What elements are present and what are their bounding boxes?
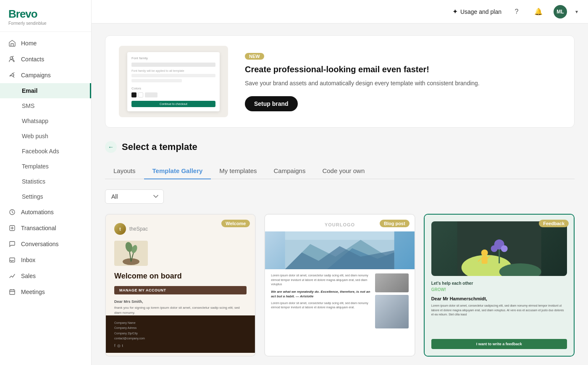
- svg-rect-3: [10, 290, 15, 294]
- logo-container: Brevo Formerly sendinblue: [0, 0, 91, 32]
- sidebar-label-statistics: Statistics: [22, 178, 45, 185]
- svg-rect-2: [10, 258, 15, 262]
- page-title: Select a template: [122, 142, 197, 152]
- usage-plan-btn[interactable]: ✦ Usage and plan: [452, 8, 501, 16]
- svg-rect-14: [285, 231, 394, 240]
- welcome-floral-image: [114, 241, 148, 266]
- sidebar-label-facebook: Facebook Ads: [22, 148, 59, 155]
- sidebar-item-inbox[interactable]: Inbox: [0, 252, 91, 268]
- blog-image-col: [375, 273, 409, 352]
- sidebar: Brevo Formerly sendinblue Home Co: [0, 0, 92, 365]
- feedback-body-text: Lorem ipsum dolor sit amet, consectetur …: [431, 304, 567, 335]
- sidebar-item-statistics[interactable]: Statistics: [0, 174, 91, 189]
- blog-thumbnail-2: [375, 295, 409, 328]
- sidebar-label-transactional: Transactional: [21, 225, 56, 231]
- user-menu-chevron[interactable]: ▾: [575, 9, 578, 15]
- welcome-company: theSpac: [129, 226, 148, 232]
- tab-gallery[interactable]: Template Gallery: [144, 163, 211, 179]
- banner-content: NEW Create professional-looking email ev…: [245, 52, 561, 111]
- template-card-feedback[interactable]: Feedback: [424, 214, 575, 357]
- sidebar-item-campaigns[interactable]: Campaigns: [0, 67, 91, 83]
- footer-company-info: Company NameCompany AdressCompany Zip/Ci…: [114, 320, 247, 341]
- sidebar-item-settings[interactable]: Settings: [0, 189, 91, 204]
- sidebar-item-automations[interactable]: Automations: [0, 204, 91, 220]
- inbox-icon: [8, 256, 16, 264]
- feedback-grow-text: GROW!: [431, 287, 567, 292]
- template-tabs: Layouts Template Gallery My templates Ca…: [105, 163, 575, 179]
- welcome-heading: Welcome on board: [114, 272, 247, 281]
- sidebar-item-transactional[interactable]: Transactional: [0, 220, 91, 236]
- welcome-body: thank you for signing up lorem ipsum dol…: [114, 305, 247, 315]
- sidebar-item-webpush[interactable]: Web push: [0, 129, 91, 144]
- banner-badge: NEW: [245, 53, 264, 60]
- setup-brand-btn[interactable]: Setup brand: [245, 96, 298, 111]
- meetings-icon: [8, 288, 16, 296]
- sidebar-label-email: Email: [22, 87, 37, 94]
- sidebar-item-contacts[interactable]: Contacts: [0, 51, 91, 67]
- badge-welcome: Welcome: [221, 220, 250, 227]
- welcome-greeting: Dear Mrs Smith,: [114, 299, 247, 304]
- welcome-footer: Company NameCompany AdressCompany Zip/Ci…: [106, 315, 255, 353]
- blog-thumbnail-1: [375, 273, 409, 292]
- help-btn[interactable]: ?: [510, 5, 523, 18]
- badge-blog: Blog post: [380, 220, 410, 227]
- feedback-svg: [431, 221, 567, 276]
- welcome-card-content: t theSpac Welcome on board: [106, 215, 255, 356]
- category-filter[interactable]: All Welcome Blog post Feedback Promotion…: [105, 189, 164, 204]
- sidebar-label-sales: Sales: [21, 273, 36, 279]
- facebook-icon: f: [114, 344, 116, 348]
- badge-feedback: Feedback: [539, 220, 569, 227]
- sales-icon: [8, 272, 16, 280]
- user-avatar[interactable]: ML: [554, 5, 567, 18]
- svg-point-20: [491, 245, 497, 252]
- sidebar-item-meetings[interactable]: Meetings: [0, 284, 91, 300]
- blog-quote: We are what we repeatedly do. Excellence…: [271, 289, 370, 299]
- back-button[interactable]: ←: [105, 141, 117, 153]
- sidebar-label-conversations: Conversations: [21, 241, 59, 247]
- sidebar-item-sales[interactable]: Sales: [0, 268, 91, 284]
- usage-plan-label: Usage and plan: [460, 8, 501, 15]
- sidebar-label-contacts: Contacts: [21, 56, 44, 63]
- home-icon: [8, 39, 16, 47]
- sidebar-item-templates[interactable]: Templates: [0, 159, 91, 174]
- svg-point-21: [501, 245, 507, 252]
- sidebar-label-sms: SMS: [22, 102, 34, 109]
- feedback-cta-btn[interactable]: I want to write a feedback: [431, 339, 567, 349]
- sidebar-label-campaigns: Campaigns: [21, 72, 51, 79]
- blog-body: Lorem ipsum dolor sit amet, consectetur …: [265, 269, 414, 356]
- template-card-blog[interactable]: Blog post YOURLOGO: [264, 214, 415, 357]
- main-content: Font family Font family will be applied …: [92, 24, 588, 365]
- sidebar-item-conversations[interactable]: Conversations: [0, 236, 91, 252]
- section-header: ← Select a template: [105, 141, 575, 153]
- sidebar-nav: Home Contacts Campaigns: [0, 32, 91, 303]
- sidebar-label-home: Home: [21, 40, 37, 47]
- feedback-header-text: Let's help each other: [431, 281, 567, 286]
- sidebar-item-sms[interactable]: SMS: [0, 98, 91, 113]
- sidebar-item-email[interactable]: Email: [0, 83, 91, 98]
- welcome-logo-circle: t: [114, 223, 126, 235]
- tab-campaigns[interactable]: Campaigns: [265, 163, 314, 179]
- banner-title: Create professional-looking email even f…: [245, 64, 561, 75]
- sidebar-item-facebook[interactable]: Facebook Ads: [0, 144, 91, 159]
- template-card-welcome[interactable]: Welcome t theSpac: [105, 214, 256, 357]
- tab-layouts[interactable]: Layouts: [105, 163, 144, 179]
- blog-logo-text: YOURLOGO: [325, 222, 355, 227]
- tab-my-templates[interactable]: My templates: [211, 163, 265, 179]
- back-arrow-icon: ←: [108, 144, 114, 150]
- manage-account-btn: MANAGE MY ACCOUNT: [114, 286, 247, 294]
- feedback-illustration: [431, 221, 567, 276]
- sidebar-item-whatsapp[interactable]: Whatsapp: [0, 113, 91, 129]
- tab-code-own[interactable]: Code your own: [314, 163, 373, 179]
- templates-grid: Welcome t theSpac: [105, 214, 575, 357]
- usage-icon: ✦: [452, 8, 458, 16]
- sidebar-label-inbox: Inbox: [21, 257, 35, 263]
- blog-hero-image: [265, 231, 414, 269]
- instagram-icon: ◎: [117, 344, 121, 348]
- campaigns-icon: [8, 71, 16, 79]
- notifications-btn[interactable]: 🔔: [532, 5, 545, 18]
- sidebar-label-webpush: Web push: [22, 133, 48, 139]
- main-area: ✦ Usage and plan ? 🔔 ML ▾ Font family Fo…: [92, 0, 588, 365]
- blog-card-content: YOURLOGO Lorem ipsum dolor s: [265, 215, 414, 356]
- sidebar-item-home[interactable]: Home: [0, 35, 91, 51]
- feedback-recipient-name: Dear Mr Hammerschmidt,: [431, 296, 567, 301]
